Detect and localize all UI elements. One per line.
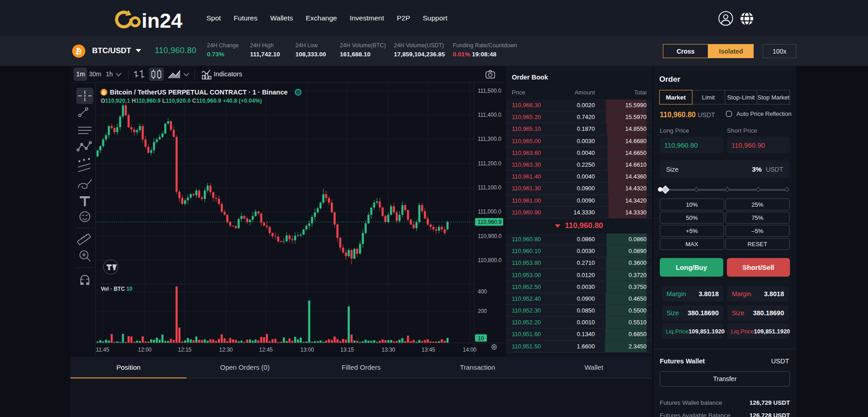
svg-text:1m: 1m — [76, 70, 85, 78]
svg-text:Bitcoin / TetherUS PERPETUAL C: Bitcoin / TetherUS PERPETUAL CONTRACT · … — [110, 89, 288, 96]
svg-text:111,300.0: 111,300.0 — [478, 136, 501, 142]
svg-text:10: 10 — [478, 335, 484, 342]
svg-text:111,000.0: 111,000.0 — [478, 208, 501, 215]
svg-text:30m: 30m — [89, 70, 101, 78]
svg-text:13:00: 13:00 — [300, 347, 314, 353]
svg-text:111,400.0: 111,400.0 — [478, 112, 501, 118]
svg-text:200: 200 — [478, 308, 487, 314]
svg-text:111,100.0: 111,100.0 — [478, 184, 501, 191]
svg-text:14:00: 14:00 — [463, 347, 476, 353]
svg-text:1h: 1h — [106, 70, 113, 78]
svg-text:12:15: 12:15 — [178, 347, 191, 353]
svg-text:12:30: 12:30 — [219, 347, 233, 353]
svg-text:110,900.0: 110,900.0 — [478, 233, 502, 239]
svg-text:111,200.0: 111,200.0 — [478, 160, 501, 167]
svg-text:13:15: 13:15 — [340, 347, 354, 353]
svg-text:13:45: 13:45 — [422, 347, 435, 353]
svg-text:11:45: 11:45 — [96, 347, 109, 353]
svg-text:400: 400 — [478, 288, 487, 295]
svg-text:13:30: 13:30 — [382, 347, 395, 353]
svg-text:12:45: 12:45 — [259, 347, 273, 353]
svg-text:Vol · BTC 10: Vol · BTC 10 — [101, 286, 132, 292]
svg-text:Indicators: Indicators — [214, 70, 242, 78]
svg-text:O110,920.1 H110,960.9 L110,920: O110,920.1 H110,960.9 L110,920.0 C110,96… — [101, 98, 262, 104]
svg-text:110,960.9: 110,960.9 — [478, 219, 502, 225]
svg-text:111,500.0: 111,500.0 — [478, 88, 501, 94]
svg-text:12:00: 12:00 — [138, 347, 152, 353]
svg-text:in24: in24 — [142, 9, 182, 32]
svg-text:110,800.0: 110,800.0 — [478, 257, 502, 263]
